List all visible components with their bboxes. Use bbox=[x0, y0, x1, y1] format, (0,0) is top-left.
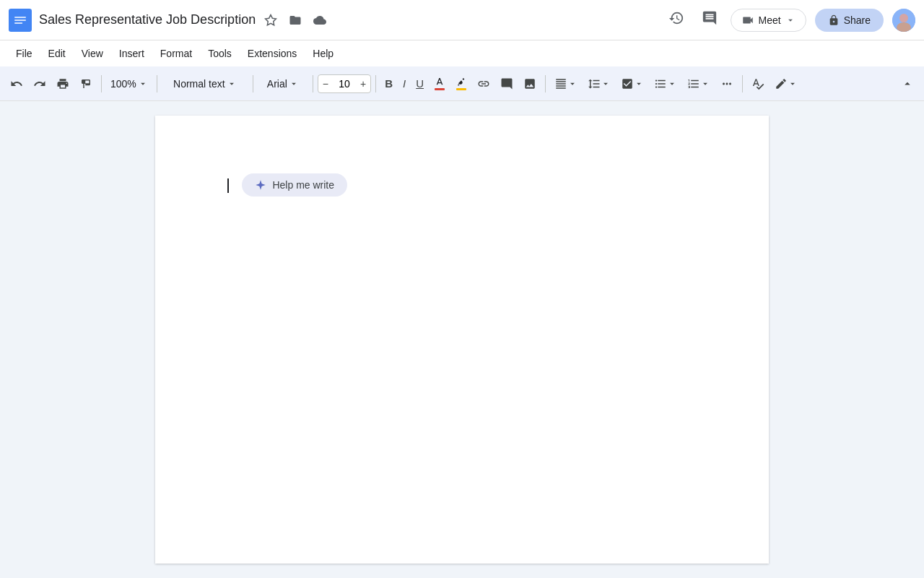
spellcheck-icon bbox=[751, 77, 764, 90]
docs-logo-icon bbox=[9, 9, 32, 32]
align-chevron-icon bbox=[567, 79, 578, 89]
folder-button[interactable] bbox=[286, 11, 305, 30]
cloud-button[interactable] bbox=[310, 11, 329, 30]
document-page[interactable]: Help me write bbox=[155, 116, 769, 564]
undo-button[interactable] bbox=[6, 74, 27, 94]
alignment-button[interactable] bbox=[550, 74, 582, 94]
font-selector[interactable]: Arial bbox=[258, 75, 308, 92]
history-button[interactable] bbox=[664, 6, 689, 34]
bulleted-list-button[interactable] bbox=[650, 74, 681, 94]
comment-icon bbox=[702, 10, 718, 26]
menu-edit[interactable]: Edit bbox=[41, 45, 73, 62]
toolbar-divider-4 bbox=[313, 75, 313, 92]
style-value: Normal text bbox=[173, 78, 225, 90]
svg-rect-3 bbox=[14, 22, 22, 24]
comment-button[interactable] bbox=[697, 6, 722, 34]
highlight-color-button[interactable] bbox=[451, 73, 471, 94]
toolbar: 100% Normal text Arial − + B I U bbox=[0, 66, 924, 101]
checklist-button[interactable] bbox=[616, 74, 648, 94]
insert-comment-button[interactable] bbox=[496, 74, 518, 94]
menu-bar: File Edit View Insert Format Tools Exten… bbox=[0, 40, 924, 66]
numbered-list-button[interactable] bbox=[683, 74, 715, 94]
zoom-selector[interactable]: 100% bbox=[106, 75, 152, 92]
font-size-input[interactable] bbox=[333, 75, 356, 92]
menu-tools[interactable]: Tools bbox=[201, 45, 239, 62]
help-me-write-button[interactable]: Help me write bbox=[242, 173, 347, 197]
svg-point-6 bbox=[899, 14, 908, 22]
font-chevron-icon bbox=[289, 79, 299, 89]
font-size-control: − + bbox=[318, 74, 371, 93]
toolbar-divider-6 bbox=[545, 75, 546, 92]
spellcheck-button[interactable] bbox=[747, 74, 769, 94]
paragraph-style-selector[interactable]: Normal text bbox=[162, 75, 248, 92]
bullet-chevron-icon bbox=[667, 79, 677, 89]
text-color-icon bbox=[434, 77, 445, 88]
link-button[interactable] bbox=[473, 74, 494, 94]
share-button[interactable]: Share bbox=[815, 9, 884, 32]
title-right-actions: Meet Share bbox=[664, 6, 915, 34]
print-icon bbox=[56, 77, 69, 90]
toolbar-divider-7 bbox=[742, 75, 743, 92]
sparkle-icon bbox=[255, 179, 266, 191]
menu-extensions[interactable]: Extensions bbox=[240, 45, 304, 62]
more-horizontal-icon bbox=[720, 77, 733, 90]
toolbar-divider-3 bbox=[253, 75, 253, 92]
cloud-icon bbox=[313, 14, 326, 27]
star-button[interactable] bbox=[261, 11, 280, 30]
menu-format[interactable]: Format bbox=[153, 45, 199, 62]
chevron-down-icon bbox=[785, 15, 796, 25]
toolbar-divider-1 bbox=[101, 75, 102, 92]
font-size-increase-button[interactable]: + bbox=[356, 75, 370, 92]
number-list-icon bbox=[687, 77, 700, 90]
collapse-toolbar-button[interactable] bbox=[897, 74, 918, 94]
zoom-chevron-icon bbox=[138, 79, 148, 89]
redo-button[interactable] bbox=[29, 74, 51, 94]
line-spacing-button[interactable] bbox=[583, 74, 615, 94]
meet-label: Meet bbox=[759, 14, 781, 26]
print-button[interactable] bbox=[52, 74, 74, 94]
number-chevron-icon bbox=[700, 79, 710, 89]
bold-button[interactable]: B bbox=[380, 74, 397, 93]
star-icon bbox=[264, 14, 277, 27]
highlight-icon bbox=[456, 77, 467, 88]
toolbar-collapse-group bbox=[895, 74, 918, 94]
link-icon bbox=[477, 77, 490, 90]
font-value: Arial bbox=[267, 78, 287, 90]
help-write-label: Help me write bbox=[272, 179, 334, 191]
title-action-icons bbox=[261, 11, 329, 30]
menu-insert[interactable]: Insert bbox=[112, 45, 152, 62]
italic-label: I bbox=[403, 77, 406, 90]
line-spacing-chevron-icon bbox=[601, 79, 611, 89]
underline-button[interactable]: U bbox=[411, 74, 428, 93]
meet-button[interactable]: Meet bbox=[731, 9, 806, 32]
share-label: Share bbox=[844, 14, 871, 26]
zoom-value: 100% bbox=[110, 78, 136, 90]
insert-image-button[interactable] bbox=[519, 74, 541, 94]
italic-button[interactable]: I bbox=[398, 74, 410, 93]
font-size-decrease-button[interactable]: − bbox=[318, 75, 333, 92]
doc-title: Sales Representative Job Description bbox=[39, 12, 256, 27]
menu-help[interactable]: Help bbox=[305, 45, 341, 62]
more-options-button[interactable] bbox=[716, 74, 738, 94]
pencil-icon bbox=[775, 77, 788, 90]
line-spacing-icon bbox=[588, 77, 601, 90]
bold-label: B bbox=[385, 77, 393, 90]
menu-file[interactable]: File bbox=[9, 45, 40, 62]
lock-icon bbox=[828, 14, 840, 26]
underline-label: U bbox=[416, 77, 424, 90]
text-color-button[interactable] bbox=[430, 73, 450, 94]
folder-icon bbox=[289, 14, 302, 27]
redo-icon bbox=[33, 77, 46, 90]
toolbar-divider-5 bbox=[375, 75, 376, 92]
paint-format-button[interactable] bbox=[75, 74, 97, 94]
chevron-up-icon bbox=[901, 77, 914, 90]
svg-rect-1 bbox=[14, 17, 26, 18]
drawing-mode-button[interactable] bbox=[770, 74, 802, 94]
avatar[interactable] bbox=[892, 9, 915, 32]
image-icon bbox=[523, 77, 536, 90]
bullet-list-icon bbox=[654, 77, 667, 90]
checklist-icon bbox=[621, 77, 634, 90]
svg-marker-4 bbox=[266, 14, 276, 25]
document-area: Help me write bbox=[0, 101, 924, 578]
menu-view[interactable]: View bbox=[74, 45, 110, 62]
